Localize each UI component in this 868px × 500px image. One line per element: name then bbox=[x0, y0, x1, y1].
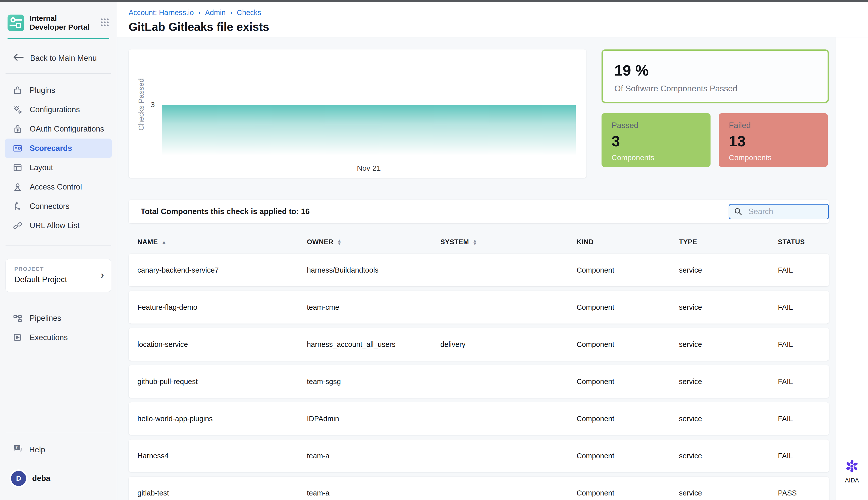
sidebar-item-configurations[interactable]: Configurations bbox=[5, 100, 112, 119]
back-label: Back to Main Menu bbox=[30, 54, 97, 63]
sidebar-item-pipelines[interactable]: Pipelines bbox=[5, 308, 112, 328]
sidebar-item-label: Configurations bbox=[30, 105, 80, 114]
cell-kind: Component bbox=[577, 266, 679, 274]
sidebar-item-label: Access Control bbox=[30, 182, 82, 192]
chart-area-series bbox=[162, 105, 576, 155]
executions-icon bbox=[13, 332, 23, 343]
sidebar-item-scorecards[interactable]: Scorecards bbox=[5, 138, 112, 158]
help-chat-icon: ? bbox=[13, 444, 23, 456]
sidebar-item-layout[interactable]: Layout bbox=[5, 158, 112, 177]
main-content: Checks Passed 3 Nov 21 19 % Of Software … bbox=[117, 37, 836, 500]
cell-kind: Component bbox=[577, 340, 679, 349]
apps-grid-icon[interactable] bbox=[100, 17, 110, 29]
project-selector[interactable]: PROJECT Default Project › bbox=[5, 259, 111, 292]
divider bbox=[5, 245, 111, 246]
cell-owner: team-a bbox=[307, 489, 441, 497]
back-to-main-menu[interactable]: Back to Main Menu bbox=[13, 53, 117, 63]
brand-title: Internal Developer Portal bbox=[30, 14, 92, 31]
breadcrumb-admin[interactable]: Admin bbox=[205, 9, 225, 17]
table-row[interactable]: hello-world-app-plugins IDPAdmin Compone… bbox=[129, 402, 829, 435]
lock-icon bbox=[13, 124, 23, 134]
cell-status: FAIL bbox=[778, 414, 829, 423]
cell-system: delivery bbox=[440, 340, 577, 349]
brand: Internal Developer Portal bbox=[8, 14, 110, 31]
cell-kind: Component bbox=[577, 452, 679, 460]
cell-owner: harness_account_all_users bbox=[307, 340, 441, 349]
sidebar-item-plugins[interactable]: Plugins bbox=[5, 81, 112, 100]
cell-type: service bbox=[679, 377, 778, 386]
column-header-system[interactable]: SYSTEM ▲▼ bbox=[440, 238, 577, 246]
total-components-text: Total Components this check is applied t… bbox=[141, 200, 310, 224]
passed-label: Passed bbox=[612, 121, 711, 130]
sidebar-item-label: OAuth Configurations bbox=[30, 125, 104, 134]
passed-caption: Components bbox=[612, 154, 711, 162]
sidebar-item-oauth-configurations[interactable]: OAuth Configurations bbox=[5, 119, 112, 138]
column-header-owner[interactable]: OWNER ▲▼ bbox=[307, 238, 441, 246]
cell-type: service bbox=[679, 340, 778, 349]
cell-type: service bbox=[679, 414, 778, 423]
table-row[interactable]: Feature-flag-demo team-cme Component ser… bbox=[129, 291, 829, 323]
column-header-name[interactable]: NAME ▲ bbox=[137, 238, 307, 246]
cell-kind: Component bbox=[577, 414, 679, 423]
percent-caption: Of Software Components Passed bbox=[614, 84, 737, 93]
failed-card: Failed 13 Components bbox=[719, 113, 828, 167]
sidebar-item-access-control[interactable]: Access Control bbox=[5, 177, 112, 196]
passed-value: 3 bbox=[612, 133, 711, 150]
cell-status: FAIL bbox=[778, 377, 829, 386]
layout-icon bbox=[13, 163, 23, 173]
column-header-type: TYPE bbox=[679, 238, 778, 246]
sidebar-item-connectors[interactable]: Connectors bbox=[5, 196, 112, 216]
failed-caption: Components bbox=[729, 154, 828, 162]
cell-name: canary-backend-service7 bbox=[137, 266, 307, 274]
cell-name: Harness4 bbox=[137, 452, 307, 460]
sidebar-item-label: Scorecards bbox=[30, 144, 72, 153]
search-input[interactable] bbox=[748, 207, 849, 216]
person-icon bbox=[13, 182, 23, 192]
components-summary-card: Total Components this check is applied t… bbox=[129, 200, 829, 224]
sort-ascending-icon: ▲ bbox=[162, 239, 167, 245]
aida-label: AIDA bbox=[845, 477, 859, 484]
breadcrumb: Account: Harness.io › Admin › Checks bbox=[129, 9, 261, 17]
column-header-kind: KIND bbox=[577, 238, 679, 246]
cell-status: PASS bbox=[778, 489, 829, 497]
table-row[interactable]: location-service harness_account_all_use… bbox=[129, 328, 829, 361]
breadcrumb-checks[interactable]: Checks bbox=[237, 9, 261, 17]
sidebar-item-executions[interactable]: Executions bbox=[5, 328, 112, 347]
divider bbox=[5, 432, 111, 432]
cell-kind: Component bbox=[577, 377, 679, 386]
help-button[interactable]: ? Help bbox=[13, 444, 117, 456]
chevron-right-icon: › bbox=[101, 269, 104, 281]
page-header: Account: Harness.io › Admin › Checks Git… bbox=[117, 2, 868, 37]
search-box[interactable] bbox=[728, 204, 829, 219]
cell-owner: team-a bbox=[307, 452, 441, 460]
table-row[interactable]: Harness4 team-a Component service FAIL bbox=[129, 440, 829, 472]
cell-kind: Component bbox=[577, 489, 679, 497]
cell-owner: team-sgsg bbox=[307, 377, 441, 386]
table-row[interactable]: github-pull-request team-sgsg Component … bbox=[129, 365, 829, 398]
avatar: D bbox=[11, 471, 26, 486]
breadcrumb-account[interactable]: Account: Harness.io bbox=[129, 9, 194, 17]
sidebar-item-label: Plugins bbox=[30, 86, 55, 95]
table-row[interactable]: gitlab-test team-a Component service PAS… bbox=[129, 477, 829, 500]
idp-logo-icon bbox=[8, 14, 24, 31]
sidebar-item-label: Executions bbox=[30, 333, 68, 342]
user-menu[interactable]: D deba bbox=[11, 471, 117, 486]
cell-name: Feature-flag-demo bbox=[137, 303, 307, 311]
chart-y-axis-label: Checks Passed bbox=[137, 67, 145, 142]
percent-value: 19 % bbox=[614, 62, 649, 79]
sidebar-item-url-allow-list[interactable]: URL Allow List bbox=[5, 216, 112, 235]
cell-status: FAIL bbox=[778, 266, 829, 274]
percent-passed-card: 19 % Of Software Components Passed bbox=[602, 49, 829, 103]
aida-widget[interactable]: AIDA bbox=[836, 459, 868, 484]
pipelines-icon bbox=[13, 313, 23, 323]
chart-x-tick: Nov 21 bbox=[162, 164, 576, 172]
cell-status: FAIL bbox=[778, 340, 829, 349]
table-row[interactable]: canary-backend-service7 harness/Buildand… bbox=[129, 254, 829, 286]
failed-label: Failed bbox=[729, 121, 828, 130]
sort-both-icon: ▲▼ bbox=[337, 239, 342, 245]
cell-owner: team-cme bbox=[307, 303, 441, 311]
arrow-left-icon bbox=[13, 53, 24, 63]
page-title: GitLab Gitleaks file exists bbox=[129, 20, 269, 34]
failed-value: 13 bbox=[729, 133, 828, 150]
aida-flower-icon bbox=[845, 459, 859, 474]
